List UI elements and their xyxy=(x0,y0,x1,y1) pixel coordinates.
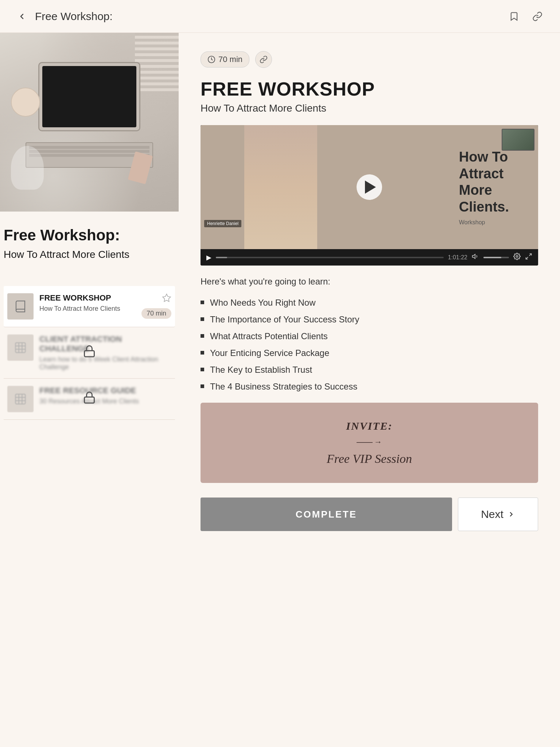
bullet-4 xyxy=(201,351,204,355)
video-play-button[interactable] xyxy=(357,174,382,200)
invite-arrow: —— → xyxy=(357,437,382,447)
play-triangle-icon xyxy=(365,181,376,194)
header: Free Workshop: xyxy=(0,0,560,33)
bullet-3 xyxy=(201,334,204,338)
course-item-right-free-workshop: 70 min xyxy=(141,293,171,319)
video-text-overlay: How ToAttractMoreClients. Workshop xyxy=(459,149,509,225)
fullscreen-icon[interactable] xyxy=(525,253,532,262)
video-workshop-label: Workshop xyxy=(459,219,509,225)
video-play-pause-button[interactable]: ▶ xyxy=(206,253,211,262)
hero-image xyxy=(0,33,179,212)
course-info-free-resource: FREE RESOURCE GUIDE 30 Resources Attract… xyxy=(39,386,171,405)
bullet-1 xyxy=(201,301,204,304)
left-subtitle: How To Attract More Clients xyxy=(4,249,171,260)
duration-badge-free-workshop: 70 min xyxy=(141,308,171,319)
volume-fill xyxy=(483,257,501,258)
learn-item-5: The Key to Establish Trust xyxy=(201,365,538,375)
next-button[interactable]: Next xyxy=(458,498,538,531)
pip-inner xyxy=(502,129,534,150)
learn-item-text-2: The Importance of Your Success Story xyxy=(210,314,359,325)
course-thumb-client-attraction xyxy=(7,334,34,361)
star-icon[interactable] xyxy=(162,293,171,305)
link-icon-button[interactable] xyxy=(255,51,272,68)
course-info-free-workshop: FREE WORKSHOP How To Attract More Client… xyxy=(39,293,136,313)
svg-marker-0 xyxy=(163,294,171,302)
learn-item-text-4: Your Enticing Service Package xyxy=(210,348,329,358)
learn-list: Who Needs You Right Now The Importance o… xyxy=(201,298,538,392)
hat-decoration xyxy=(11,88,40,117)
course-title-free-workshop: FREE WORKSHOP xyxy=(39,293,136,303)
course-desc-client-attraction: Learn how to do 5 Week Client Attraction… xyxy=(39,356,171,371)
lock-icon-free-resource xyxy=(83,391,96,407)
learn-intro: Here's what you're going to learn: xyxy=(201,276,538,287)
next-label: Next xyxy=(481,508,503,520)
course-desc-free-resource: 30 Resources Attract More Clients xyxy=(39,398,171,405)
header-left: Free Workshop: xyxy=(15,9,113,24)
svg-line-16 xyxy=(529,254,532,256)
course-item-free-workshop[interactable]: FREE WORKSHOP How To Attract More Client… xyxy=(4,286,175,327)
duration-clock-badge: 70 min xyxy=(201,51,249,67)
back-button[interactable] xyxy=(15,9,29,24)
pip-thumbnail xyxy=(502,129,534,151)
bottom-actions: COMPLETE Next xyxy=(201,498,538,546)
svg-rect-6 xyxy=(85,351,94,357)
bullet-5 xyxy=(201,368,204,371)
invite-subtitle: Free VIP Session xyxy=(327,452,412,466)
video-content-area: How ToAttractMoreClients. Workshop Henri… xyxy=(201,125,538,249)
learn-item-4: Your Enticing Service Package xyxy=(201,348,538,358)
presenter-label: Henriette Daniel xyxy=(204,220,241,227)
invite-title: INVITE: xyxy=(346,420,392,432)
workshop-title: FREE WORKSHOP xyxy=(201,79,538,100)
learn-item-1: Who Needs You Right Now xyxy=(201,298,538,308)
flowers-decoration xyxy=(11,146,44,190)
video-time-label: 1:01:22 xyxy=(448,254,467,261)
bullet-6 xyxy=(201,384,204,388)
right-column: 70 min FREE WORKSHOP How To Attract More… xyxy=(179,33,560,747)
workshop-subtitle: How To Attract More Clients xyxy=(201,102,538,114)
laptop-decoration xyxy=(38,62,140,131)
header-icons xyxy=(506,8,545,24)
invite-card[interactable]: INVITE: —— → Free VIP Session xyxy=(201,403,538,483)
video-progress-fill xyxy=(216,257,227,258)
learn-item-3: What Attracts Potential Clients xyxy=(201,331,538,341)
duration-bar: 70 min xyxy=(201,51,538,68)
learn-item-text-3: What Attracts Potential Clients xyxy=(210,331,328,341)
complete-button[interactable]: COMPLETE xyxy=(201,498,452,531)
svg-point-15 xyxy=(516,256,518,258)
video-screen: How ToAttractMoreClients. Workshop Henri… xyxy=(201,125,538,249)
svg-rect-1 xyxy=(16,343,26,353)
course-title-client-attraction: CLIENT ATTRACTION CHALLENGE xyxy=(39,334,171,353)
video-progress-bar[interactable] xyxy=(216,257,444,258)
left-column: Free Workshop: How To Attract More Clien… xyxy=(0,33,179,747)
learn-item-2: The Importance of Your Success Story xyxy=(201,314,538,325)
svg-rect-12 xyxy=(85,397,94,403)
course-item-free-resource: FREE RESOURCE GUIDE 30 Resources Attract… xyxy=(4,379,175,420)
course-desc-free-workshop: How To Attract More Clients xyxy=(39,305,136,313)
volume-icon[interactable] xyxy=(472,253,479,262)
video-controls: ▶ 1:01:22 xyxy=(201,249,538,266)
settings-icon[interactable] xyxy=(513,253,521,262)
left-text-area: Free Workshop: How To Attract More Clien… xyxy=(0,212,179,286)
svg-marker-14 xyxy=(472,254,475,259)
learn-item-text-6: The 4 Business Strategies to Success xyxy=(210,382,357,392)
course-title-free-resource: FREE RESOURCE GUIDE xyxy=(39,386,171,395)
learn-item-text-1: Who Needs You Right Now xyxy=(210,298,316,308)
bookmark-button[interactable] xyxy=(506,8,522,24)
svg-rect-7 xyxy=(16,394,26,404)
main-layout: Free Workshop: How To Attract More Clien… xyxy=(0,33,560,747)
learn-item-text-5: The Key to Establish Trust xyxy=(210,365,312,375)
course-thumb-free-resource xyxy=(7,386,34,412)
course-list: FREE WORKSHOP How To Attract More Client… xyxy=(0,286,179,420)
workshop-title-area: FREE WORKSHOP How To Attract More Client… xyxy=(201,79,538,114)
header-title: Free Workshop: xyxy=(35,10,113,23)
video-person xyxy=(244,125,317,249)
lock-icon-client-attraction xyxy=(83,345,96,361)
volume-bar[interactable] xyxy=(483,257,509,258)
bullet-2 xyxy=(201,317,204,321)
course-info-client-attraction: CLIENT ATTRACTION CHALLENGE Learn how to… xyxy=(39,334,171,371)
learn-item-6: The 4 Business Strategies to Success xyxy=(201,382,538,392)
course-item-client-attraction: CLIENT ATTRACTION CHALLENGE Learn how to… xyxy=(4,327,175,379)
video-player[interactable]: How ToAttractMoreClients. Workshop Henri… xyxy=(201,125,538,266)
share-button[interactable] xyxy=(529,8,545,24)
laptop-screen xyxy=(42,66,136,127)
